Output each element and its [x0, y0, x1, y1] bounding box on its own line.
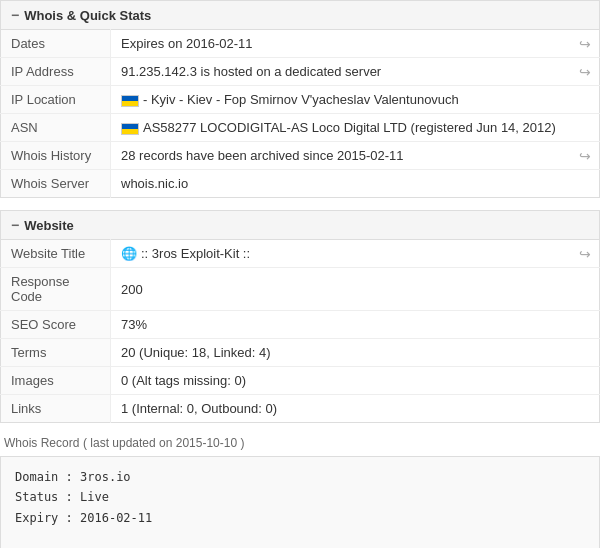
row-value: 28 records have been archived since 2015…: [111, 142, 600, 170]
record-line: Expiry : 2016-02-11: [15, 508, 585, 528]
website-collapse-icon[interactable]: −: [11, 217, 19, 233]
table-row: Website Title🌐:: 3ros Exploit-Kit ::↪: [1, 240, 600, 268]
whois-table: DatesExpires on 2016-02-11↪IP Address91.…: [0, 29, 600, 198]
row-value: - Kyiv - Kiev - Fop Smirnov V'yacheslav …: [111, 86, 600, 114]
whois-section-title: Whois & Quick Stats: [24, 8, 151, 23]
website-section-header: − Website: [0, 210, 600, 239]
row-value: Expires on 2016-02-11↪: [111, 30, 600, 58]
row-value: 91.235.142.3 is hosted on a dedicated se…: [111, 58, 600, 86]
row-label: ASN: [1, 114, 111, 142]
record-line: [15, 528, 585, 548]
row-value: 20 (Unique: 18, Linked: 4): [111, 339, 600, 367]
row-value: AS58277 LOCODIGITAL-AS Loco Digital LTD …: [111, 114, 600, 142]
whois-quick-stats-section: − Whois & Quick Stats DatesExpires on 20…: [0, 0, 600, 548]
row-value: 1 (Internal: 0, Outbound: 0): [111, 395, 600, 423]
row-value: 200: [111, 268, 600, 311]
row-label: IP Address: [1, 58, 111, 86]
whois-record-title: Whois Record: [4, 436, 79, 450]
table-row: Whois History28 records have been archiv…: [1, 142, 600, 170]
table-row: IP Location- Kyiv - Kiev - Fop Smirnov V…: [1, 86, 600, 114]
record-line: Domain : 3ros.io: [15, 467, 585, 487]
row-label: Links: [1, 395, 111, 423]
row-label: Dates: [1, 30, 111, 58]
row-label: Website Title: [1, 240, 111, 268]
ukraine-flag-icon: [121, 95, 139, 107]
whois-section-header: − Whois & Quick Stats: [0, 0, 600, 29]
whois-record-box: Domain : 3ros.ioStatus : LiveExpiry : 20…: [0, 456, 600, 548]
whois-record-subtitle: ( last updated on 2015-10-10 ): [83, 436, 244, 450]
row-label: Whois Server: [1, 170, 111, 198]
record-line: Status : Live: [15, 487, 585, 507]
table-row: SEO Score73%: [1, 311, 600, 339]
ukraine-flag-icon: [121, 123, 139, 135]
row-value: 73%: [111, 311, 600, 339]
row-label: Response Code: [1, 268, 111, 311]
external-link-icon[interactable]: ↪: [579, 246, 591, 262]
row-value: whois.nic.io: [111, 170, 600, 198]
table-row: Links1 (Internal: 0, Outbound: 0): [1, 395, 600, 423]
external-link-icon[interactable]: ↪: [579, 148, 591, 164]
external-link-icon[interactable]: ↪: [579, 36, 591, 52]
table-row: IP Address91.235.142.3 is hosted on a de…: [1, 58, 600, 86]
row-value: 0 (Alt tags missing: 0): [111, 367, 600, 395]
row-label: Whois History: [1, 142, 111, 170]
row-label: Terms: [1, 339, 111, 367]
table-row: Images0 (Alt tags missing: 0): [1, 367, 600, 395]
row-label: SEO Score: [1, 311, 111, 339]
whois-collapse-icon[interactable]: −: [11, 7, 19, 23]
whois-record-section: Whois Record ( last updated on 2015-10-1…: [0, 435, 600, 548]
website-section-title: Website: [24, 218, 74, 233]
table-row: Terms20 (Unique: 18, Linked: 4): [1, 339, 600, 367]
table-row: Whois Serverwhois.nic.io: [1, 170, 600, 198]
globe-icon: 🌐: [121, 246, 137, 261]
external-link-icon[interactable]: ↪: [579, 64, 591, 80]
table-row: Response Code200: [1, 268, 600, 311]
row-label: Images: [1, 367, 111, 395]
row-value: 🌐:: 3ros Exploit-Kit ::↪: [111, 240, 600, 268]
website-table: Website Title🌐:: 3ros Exploit-Kit ::↪Res…: [0, 239, 600, 423]
whois-record-header: Whois Record ( last updated on 2015-10-1…: [0, 435, 600, 450]
table-row: ASNAS58277 LOCODIGITAL-AS Loco Digital L…: [1, 114, 600, 142]
table-row: DatesExpires on 2016-02-11↪: [1, 30, 600, 58]
row-label: IP Location: [1, 86, 111, 114]
